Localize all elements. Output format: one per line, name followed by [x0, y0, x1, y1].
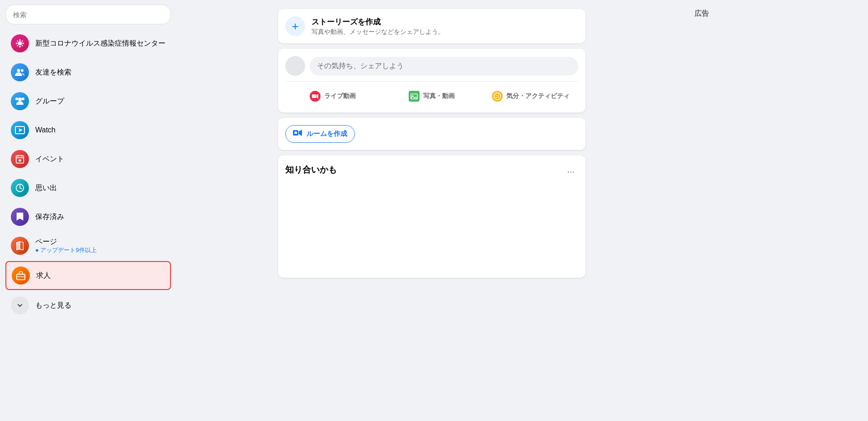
svg-point-1 [19, 39, 21, 41]
sidebar-item-covid[interactable]: 新型コロナウイルス感染症情報センター [5, 30, 171, 57]
sidebar-item-watch-label: Watch [35, 126, 56, 135]
story-plus-icon[interactable]: + [285, 16, 305, 36]
compose-card: その気持ち、シェアしよう ライブ動画 [278, 49, 585, 112]
story-text: ストーリーズを作成 写真や動画、メッセージなどをシェアしよう。 [311, 17, 444, 36]
sidebar-item-groups-label: グループ [35, 97, 64, 106]
svg-marker-35 [299, 130, 302, 136]
svg-point-11 [18, 98, 22, 101]
svg-point-10 [21, 69, 24, 72]
photo-video-button[interactable]: 写真・動画 [384, 87, 480, 105]
photo-video-icon [409, 91, 420, 102]
svg-point-3 [16, 42, 18, 44]
sidebar-item-memories[interactable]: 思い出 [5, 174, 171, 201]
compose-divider [285, 81, 578, 82]
sidebar-item-events-label: イベント [35, 154, 64, 164]
people-content [285, 180, 578, 271]
svg-point-2 [19, 46, 21, 48]
svg-point-33 [498, 95, 499, 96]
svg-rect-20 [19, 159, 21, 162]
compose-input[interactable]: その気持ち、シェアしよう [310, 57, 578, 75]
story-subtitle: 写真や動画、メッセージなどをシェアしよう。 [311, 28, 444, 36]
people-title: 知り合いかも [285, 164, 337, 176]
more-button[interactable]: もっと見る [5, 292, 171, 319]
sidebar-item-covid-label: 新型コロナウイルス感染症情報センター [35, 39, 165, 48]
svg-point-31 [494, 93, 500, 100]
mood-activity-icon [492, 91, 503, 102]
sidebar-item-pages-text: ページ ● アップデート9件以上 [35, 237, 97, 255]
svg-marker-28 [316, 94, 318, 98]
svg-point-6 [22, 45, 23, 47]
sidebar-item-memories-label: 思い出 [35, 183, 57, 193]
svg-point-4 [23, 42, 24, 44]
create-room-button[interactable]: + ルームを作成 [285, 125, 355, 143]
saved-icon [11, 208, 29, 226]
sidebar-item-jobs-label: 求人 [36, 271, 51, 281]
watch-icon [11, 121, 29, 139]
svg-point-9 [17, 69, 20, 72]
svg-point-8 [17, 45, 18, 47]
pages-icon [11, 237, 29, 255]
sidebar-item-pages[interactable]: ページ ● アップデート9件以上 [5, 232, 171, 259]
memories-icon [11, 179, 29, 197]
mood-activity-button[interactable]: 気分・アクティビティ [483, 87, 578, 105]
sidebar-item-saved[interactable]: 保存済み [5, 203, 171, 230]
live-video-label: ライブ動画 [324, 92, 356, 100]
people-card: 知り合いかも ... [278, 155, 585, 278]
svg-text:+: + [295, 132, 297, 135]
sidebar-item-groups[interactable]: グループ [5, 88, 171, 115]
right-sidebar: 広告 [687, 0, 868, 421]
sidebar-item-friends-label: 友達を検索 [35, 68, 71, 77]
room-card: + ルームを作成 [278, 118, 585, 150]
compose-actions: ライブ動画 写真・動画 [285, 87, 578, 105]
left-sidebar: 新型コロナウイルス感染症情報センター 友達を検索 [0, 0, 176, 421]
ad-title: 広告 [694, 9, 861, 19]
svg-rect-27 [312, 94, 316, 98]
svg-point-13 [22, 98, 24, 100]
sidebar-item-watch[interactable]: Watch [5, 117, 171, 144]
live-video-button[interactable]: ライブ動画 [285, 87, 381, 105]
svg-marker-24 [17, 242, 20, 250]
people-more-options-button[interactable]: ... [563, 163, 578, 177]
user-avatar [285, 56, 305, 76]
create-room-label: ルームを作成 [307, 130, 347, 138]
room-icon: + [293, 129, 302, 139]
sidebar-item-jobs[interactable]: 求人 [5, 261, 171, 290]
sidebar-item-pages-label: ページ [35, 237, 97, 247]
sidebar-item-events[interactable]: イベント [5, 145, 171, 173]
people-header: 知り合いかも ... [285, 163, 578, 177]
chevron-down-icon [11, 296, 29, 314]
photo-video-label: 写真・動画 [423, 92, 455, 100]
svg-point-7 [22, 40, 23, 42]
jobs-icon [12, 267, 30, 285]
more-label: もっと見る [35, 301, 71, 310]
sidebar-item-friends[interactable]: 友達を検索 [5, 59, 171, 86]
groups-icon [11, 92, 29, 110]
search-input[interactable] [5, 5, 171, 24]
sidebar-item-pages-sublabel: ● アップデート9件以上 [35, 246, 97, 254]
svg-point-5 [17, 40, 18, 42]
svg-marker-15 [19, 128, 23, 132]
covid-icon [11, 34, 29, 52]
sidebar-item-saved-label: 保存済み [35, 212, 64, 222]
friends-icon [11, 63, 29, 81]
svg-point-32 [496, 95, 497, 96]
svg-point-0 [18, 41, 22, 45]
svg-rect-16 [16, 156, 24, 164]
live-video-icon [310, 91, 321, 102]
mood-activity-label: 気分・アクティビティ [506, 92, 570, 100]
compose-input-row: その気持ち、シェアしよう [285, 56, 578, 76]
story-title: ストーリーズを作成 [311, 17, 444, 27]
story-create-card: + ストーリーズを作成 写真や動画、メッセージなどをシェアしよう。 [278, 9, 585, 43]
svg-point-12 [15, 98, 18, 100]
events-icon [11, 150, 29, 168]
